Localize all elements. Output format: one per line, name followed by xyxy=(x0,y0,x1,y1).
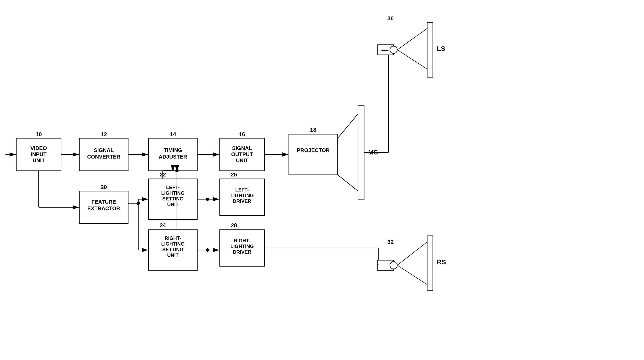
svg-text:UNIT: UNIT xyxy=(32,157,45,163)
svg-text:SIGNAL: SIGNAL xyxy=(94,147,114,153)
svg-text:RS: RS xyxy=(437,258,446,266)
svg-marker-92 xyxy=(397,242,427,285)
svg-text:CONVERTER: CONVERTER xyxy=(87,154,120,160)
svg-text:LIGHTING: LIGHTING xyxy=(230,193,254,198)
svg-text:16: 16 xyxy=(239,131,245,137)
svg-marker-87 xyxy=(397,28,427,69)
svg-text:28: 28 xyxy=(231,222,237,229)
svg-text:30: 30 xyxy=(387,15,394,21)
svg-text:RIGHT-: RIGHT- xyxy=(164,235,181,241)
svg-text:20: 20 xyxy=(100,184,107,190)
svg-point-86 xyxy=(390,46,397,53)
svg-text:10: 10 xyxy=(36,131,42,137)
svg-text:UNIT: UNIT xyxy=(236,157,248,163)
svg-text:14: 14 xyxy=(170,131,176,137)
svg-text:DRIVER: DRIVER xyxy=(233,249,252,255)
svg-marker-82 xyxy=(338,114,358,191)
svg-text:SETTING: SETTING xyxy=(162,247,184,252)
svg-text:LIGHTING: LIGHTING xyxy=(161,241,185,247)
svg-text:RIGHT-: RIGHT- xyxy=(234,238,250,243)
svg-text:UNIT: UNIT xyxy=(167,253,178,258)
svg-text:12: 12 xyxy=(100,131,107,137)
svg-rect-83 xyxy=(358,106,364,199)
svg-text:ADJUSTER: ADJUSTER xyxy=(159,154,187,160)
svg-text:DRIVER: DRIVER xyxy=(233,198,252,204)
svg-text:LEFT-: LEFT- xyxy=(166,185,180,190)
svg-text:MS: MS xyxy=(368,149,378,156)
diagram-container: VIDEO INPUT UNIT SIGNAL CONVERTER TIMING… xyxy=(0,0,644,360)
svg-text:LIGHTING: LIGHTING xyxy=(230,244,254,249)
svg-text:24: 24 xyxy=(160,222,166,229)
svg-text:26: 26 xyxy=(231,171,237,178)
diagram-svg: VIDEO INPUT UNIT SIGNAL CONVERTER TIMING… xyxy=(0,0,644,360)
svg-text:TIMING: TIMING xyxy=(164,147,182,153)
svg-text:OUTPUT: OUTPUT xyxy=(231,151,253,157)
svg-text:FEATURE: FEATURE xyxy=(92,199,116,205)
svg-text:SIGNAL: SIGNAL xyxy=(232,145,252,151)
svg-text:18: 18 xyxy=(310,127,316,133)
svg-rect-6 xyxy=(289,134,338,175)
svg-text:PROJECTOR: PROJECTOR xyxy=(297,147,330,153)
svg-text:32: 32 xyxy=(387,239,394,245)
svg-text:LS: LS xyxy=(437,45,445,52)
svg-rect-93 xyxy=(427,236,433,291)
svg-text:INPUT: INPUT xyxy=(31,151,46,157)
svg-text:VIDEO: VIDEO xyxy=(30,145,47,151)
svg-rect-88 xyxy=(427,22,433,77)
svg-text:LEFT-: LEFT- xyxy=(235,187,249,193)
svg-text:LIGHTING: LIGHTING xyxy=(161,190,185,196)
svg-text:SETTING: SETTING xyxy=(162,196,184,201)
svg-text:EXTRACTOR: EXTRACTOR xyxy=(87,205,120,211)
svg-text:→: → xyxy=(4,151,10,158)
svg-point-91 xyxy=(390,262,397,269)
